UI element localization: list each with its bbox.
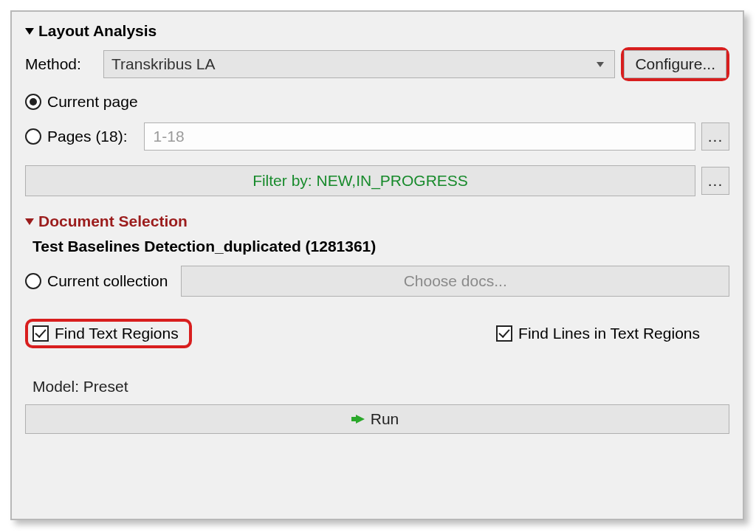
document-title: Test Baselines Detection_duplicated (128… (32, 238, 729, 255)
run-button[interactable]: Run (25, 404, 729, 434)
ellipsis-icon: ... (708, 128, 724, 145)
find-text-regions-checkbox[interactable]: Find Text Regions (32, 325, 179, 342)
ellipsis-icon: ... (708, 172, 724, 190)
section-header-layout-analysis[interactable]: Layout Analysis (25, 22, 729, 40)
find-text-regions-highlight: Find Text Regions (25, 319, 192, 348)
section-header-document-selection[interactable]: Document Selection (25, 213, 729, 230)
radio-pages-row: Pages (18): 1-18 ... (25, 122, 729, 151)
chevron-down-icon (25, 28, 34, 35)
pages-input[interactable]: 1-18 (144, 122, 695, 151)
filter-row: Filter by: NEW,IN_PROGRESS ... (25, 165, 729, 196)
choose-docs-label: Choose docs... (404, 272, 507, 290)
filter-button-label: Filter by: NEW,IN_PROGRESS (252, 172, 468, 190)
collection-row: Current collection Choose docs... (25, 266, 729, 297)
radio-pages[interactable]: Pages (18): (25, 128, 128, 145)
checkbox-icon (496, 325, 512, 342)
radio-current-collection[interactable]: Current collection (25, 272, 168, 290)
choose-docs-button[interactable]: Choose docs... (181, 266, 729, 297)
radio-icon (25, 94, 41, 110)
filter-button[interactable]: Filter by: NEW,IN_PROGRESS (25, 165, 695, 196)
method-label: Method: (25, 55, 103, 73)
chevron-down-icon (597, 62, 604, 67)
configure-button[interactable]: Configure... (624, 50, 726, 78)
checkbox-row: Find Text Regions Find Lines in Text Reg… (25, 319, 729, 348)
radio-current-page-row[interactable]: Current page (25, 93, 729, 111)
find-lines-label: Find Lines in Text Regions (518, 325, 700, 342)
configure-button-label: Configure... (635, 55, 715, 73)
pages-browse-button[interactable]: ... (701, 122, 729, 151)
dialog-frame: Layout Analysis Method: Transkribus LA C… (10, 10, 744, 520)
model-label: Model: Preset (32, 378, 729, 395)
run-button-label: Run (371, 410, 399, 428)
radio-current-collection-label: Current collection (47, 272, 168, 290)
find-text-regions-label: Find Text Regions (55, 325, 179, 342)
checkbox-icon (32, 325, 49, 342)
method-row: Method: Transkribus LA Configure... (25, 47, 729, 81)
arrow-right-icon (356, 415, 365, 424)
pages-input-placeholder: 1-18 (154, 128, 185, 145)
radio-current-page-label: Current page (47, 93, 138, 111)
chevron-down-icon (25, 218, 34, 225)
configure-highlight: Configure... (621, 47, 729, 81)
section-title: Layout Analysis (38, 22, 157, 40)
section-title: Document Selection (38, 213, 188, 230)
find-lines-checkbox[interactable]: Find Lines in Text Regions (496, 325, 700, 342)
filter-browse-button[interactable]: ... (701, 167, 729, 195)
radio-icon (25, 128, 41, 145)
radio-pages-label: Pages (18): (47, 128, 128, 145)
method-combo-value: Transkribus LA (111, 55, 215, 73)
method-combo[interactable]: Transkribus LA (103, 50, 615, 78)
radio-icon (25, 273, 41, 289)
